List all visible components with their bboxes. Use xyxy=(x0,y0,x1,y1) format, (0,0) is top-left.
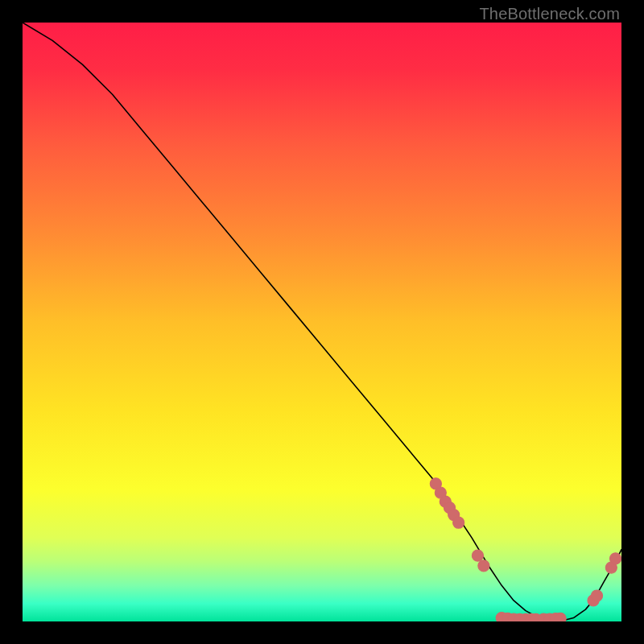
data-marker xyxy=(478,560,489,572)
chart-stage: TheBottleneck.com xyxy=(0,0,644,644)
curve-line xyxy=(23,23,621,621)
data-marker xyxy=(609,553,621,564)
data-marker xyxy=(591,590,602,601)
chart-svg xyxy=(23,23,621,621)
watermark-text: TheBottleneck.com xyxy=(479,5,620,23)
data-marker xyxy=(555,613,566,621)
plot-area xyxy=(23,23,621,621)
data-marker xyxy=(472,550,483,561)
data-marker xyxy=(453,517,464,528)
markers-group xyxy=(430,478,621,621)
